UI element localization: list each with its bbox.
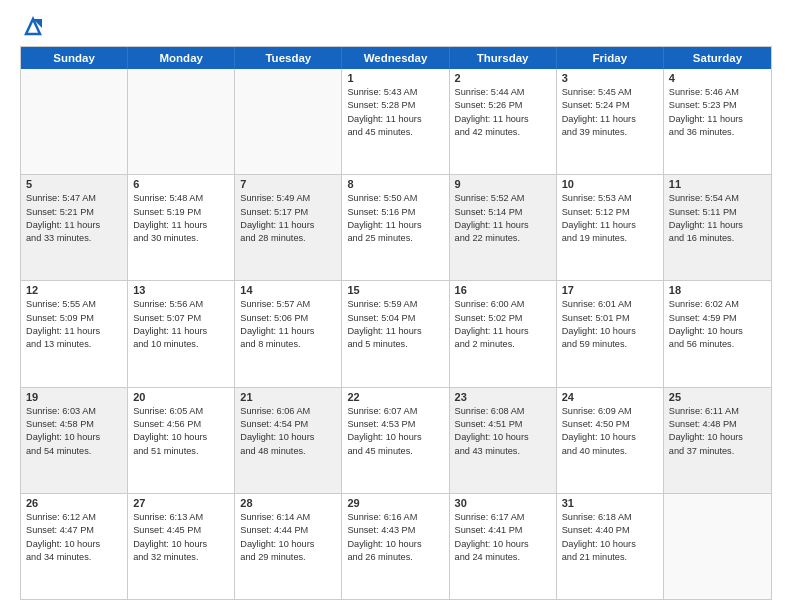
day-info: Sunrise: 5:48 AM Sunset: 5:19 PM Dayligh… — [133, 192, 229, 245]
day-number: 30 — [455, 497, 551, 509]
day-info: Sunrise: 6:02 AM Sunset: 4:59 PM Dayligh… — [669, 298, 766, 351]
day-number: 7 — [240, 178, 336, 190]
day-number: 14 — [240, 284, 336, 296]
day-number: 27 — [133, 497, 229, 509]
day-cell: 18Sunrise: 6:02 AM Sunset: 4:59 PM Dayli… — [664, 281, 771, 386]
week-row: 5Sunrise: 5:47 AM Sunset: 5:21 PM Daylig… — [21, 174, 771, 280]
day-number: 31 — [562, 497, 658, 509]
calendar: SundayMondayTuesdayWednesdayThursdayFrid… — [20, 46, 772, 600]
day-cell: 16Sunrise: 6:00 AM Sunset: 5:02 PM Dayli… — [450, 281, 557, 386]
day-info: Sunrise: 5:55 AM Sunset: 5:09 PM Dayligh… — [26, 298, 122, 351]
day-info: Sunrise: 6:13 AM Sunset: 4:45 PM Dayligh… — [133, 511, 229, 564]
day-info: Sunrise: 5:56 AM Sunset: 5:07 PM Dayligh… — [133, 298, 229, 351]
day-number: 19 — [26, 391, 122, 403]
day-cell — [21, 69, 128, 174]
day-header: Monday — [128, 47, 235, 69]
day-cell: 2Sunrise: 5:44 AM Sunset: 5:26 PM Daylig… — [450, 69, 557, 174]
day-cell: 8Sunrise: 5:50 AM Sunset: 5:16 PM Daylig… — [342, 175, 449, 280]
day-number: 12 — [26, 284, 122, 296]
week-row: 1Sunrise: 5:43 AM Sunset: 5:28 PM Daylig… — [21, 69, 771, 174]
day-info: Sunrise: 6:05 AM Sunset: 4:56 PM Dayligh… — [133, 405, 229, 458]
day-number: 9 — [455, 178, 551, 190]
day-info: Sunrise: 5:49 AM Sunset: 5:17 PM Dayligh… — [240, 192, 336, 245]
day-cell: 19Sunrise: 6:03 AM Sunset: 4:58 PM Dayli… — [21, 388, 128, 493]
day-info: Sunrise: 6:01 AM Sunset: 5:01 PM Dayligh… — [562, 298, 658, 351]
day-info: Sunrise: 6:18 AM Sunset: 4:40 PM Dayligh… — [562, 511, 658, 564]
day-info: Sunrise: 6:08 AM Sunset: 4:51 PM Dayligh… — [455, 405, 551, 458]
day-info: Sunrise: 6:09 AM Sunset: 4:50 PM Dayligh… — [562, 405, 658, 458]
day-info: Sunrise: 6:11 AM Sunset: 4:48 PM Dayligh… — [669, 405, 766, 458]
day-cell: 15Sunrise: 5:59 AM Sunset: 5:04 PM Dayli… — [342, 281, 449, 386]
day-cell — [128, 69, 235, 174]
weeks: 1Sunrise: 5:43 AM Sunset: 5:28 PM Daylig… — [21, 69, 771, 599]
week-row: 12Sunrise: 5:55 AM Sunset: 5:09 PM Dayli… — [21, 280, 771, 386]
page: SundayMondayTuesdayWednesdayThursdayFrid… — [0, 0, 792, 612]
day-cell: 7Sunrise: 5:49 AM Sunset: 5:17 PM Daylig… — [235, 175, 342, 280]
day-info: Sunrise: 5:47 AM Sunset: 5:21 PM Dayligh… — [26, 192, 122, 245]
day-cell: 6Sunrise: 5:48 AM Sunset: 5:19 PM Daylig… — [128, 175, 235, 280]
day-cell — [235, 69, 342, 174]
header — [20, 16, 772, 36]
day-number: 3 — [562, 72, 658, 84]
day-number: 6 — [133, 178, 229, 190]
day-info: Sunrise: 6:17 AM Sunset: 4:41 PM Dayligh… — [455, 511, 551, 564]
day-cell: 14Sunrise: 5:57 AM Sunset: 5:06 PM Dayli… — [235, 281, 342, 386]
day-header: Friday — [557, 47, 664, 69]
day-number: 17 — [562, 284, 658, 296]
day-info: Sunrise: 5:52 AM Sunset: 5:14 PM Dayligh… — [455, 192, 551, 245]
day-number: 16 — [455, 284, 551, 296]
day-headers: SundayMondayTuesdayWednesdayThursdayFrid… — [21, 47, 771, 69]
day-info: Sunrise: 5:59 AM Sunset: 5:04 PM Dayligh… — [347, 298, 443, 351]
day-cell: 31Sunrise: 6:18 AM Sunset: 4:40 PM Dayli… — [557, 494, 664, 599]
day-cell: 17Sunrise: 6:01 AM Sunset: 5:01 PM Dayli… — [557, 281, 664, 386]
day-number: 20 — [133, 391, 229, 403]
day-number: 23 — [455, 391, 551, 403]
day-number: 22 — [347, 391, 443, 403]
day-header: Tuesday — [235, 47, 342, 69]
day-info: Sunrise: 6:07 AM Sunset: 4:53 PM Dayligh… — [347, 405, 443, 458]
day-cell: 24Sunrise: 6:09 AM Sunset: 4:50 PM Dayli… — [557, 388, 664, 493]
day-cell: 29Sunrise: 6:16 AM Sunset: 4:43 PM Dayli… — [342, 494, 449, 599]
day-info: Sunrise: 6:00 AM Sunset: 5:02 PM Dayligh… — [455, 298, 551, 351]
day-number: 25 — [669, 391, 766, 403]
day-number: 29 — [347, 497, 443, 509]
day-header: Sunday — [21, 47, 128, 69]
day-number: 15 — [347, 284, 443, 296]
day-cell: 13Sunrise: 5:56 AM Sunset: 5:07 PM Dayli… — [128, 281, 235, 386]
day-info: Sunrise: 6:16 AM Sunset: 4:43 PM Dayligh… — [347, 511, 443, 564]
day-cell: 12Sunrise: 5:55 AM Sunset: 5:09 PM Dayli… — [21, 281, 128, 386]
day-cell: 5Sunrise: 5:47 AM Sunset: 5:21 PM Daylig… — [21, 175, 128, 280]
day-cell: 26Sunrise: 6:12 AM Sunset: 4:47 PM Dayli… — [21, 494, 128, 599]
day-number: 26 — [26, 497, 122, 509]
day-info: Sunrise: 6:14 AM Sunset: 4:44 PM Dayligh… — [240, 511, 336, 564]
day-number: 13 — [133, 284, 229, 296]
day-number: 11 — [669, 178, 766, 190]
day-cell: 21Sunrise: 6:06 AM Sunset: 4:54 PM Dayli… — [235, 388, 342, 493]
day-number: 8 — [347, 178, 443, 190]
week-row: 26Sunrise: 6:12 AM Sunset: 4:47 PM Dayli… — [21, 493, 771, 599]
day-info: Sunrise: 5:57 AM Sunset: 5:06 PM Dayligh… — [240, 298, 336, 351]
day-cell: 11Sunrise: 5:54 AM Sunset: 5:11 PM Dayli… — [664, 175, 771, 280]
day-cell: 4Sunrise: 5:46 AM Sunset: 5:23 PM Daylig… — [664, 69, 771, 174]
day-info: Sunrise: 5:44 AM Sunset: 5:26 PM Dayligh… — [455, 86, 551, 139]
day-cell: 3Sunrise: 5:45 AM Sunset: 5:24 PM Daylig… — [557, 69, 664, 174]
day-cell: 20Sunrise: 6:05 AM Sunset: 4:56 PM Dayli… — [128, 388, 235, 493]
day-header: Wednesday — [342, 47, 449, 69]
day-cell: 28Sunrise: 6:14 AM Sunset: 4:44 PM Dayli… — [235, 494, 342, 599]
day-header: Thursday — [450, 47, 557, 69]
day-number: 1 — [347, 72, 443, 84]
day-cell — [664, 494, 771, 599]
day-number: 4 — [669, 72, 766, 84]
day-cell: 10Sunrise: 5:53 AM Sunset: 5:12 PM Dayli… — [557, 175, 664, 280]
logo-icon — [22, 16, 44, 36]
day-number: 24 — [562, 391, 658, 403]
day-number: 5 — [26, 178, 122, 190]
day-number: 28 — [240, 497, 336, 509]
day-info: Sunrise: 6:12 AM Sunset: 4:47 PM Dayligh… — [26, 511, 122, 564]
logo — [20, 16, 44, 36]
day-info: Sunrise: 5:53 AM Sunset: 5:12 PM Dayligh… — [562, 192, 658, 245]
day-number: 10 — [562, 178, 658, 190]
day-cell: 23Sunrise: 6:08 AM Sunset: 4:51 PM Dayli… — [450, 388, 557, 493]
day-info: Sunrise: 6:06 AM Sunset: 4:54 PM Dayligh… — [240, 405, 336, 458]
day-info: Sunrise: 5:54 AM Sunset: 5:11 PM Dayligh… — [669, 192, 766, 245]
